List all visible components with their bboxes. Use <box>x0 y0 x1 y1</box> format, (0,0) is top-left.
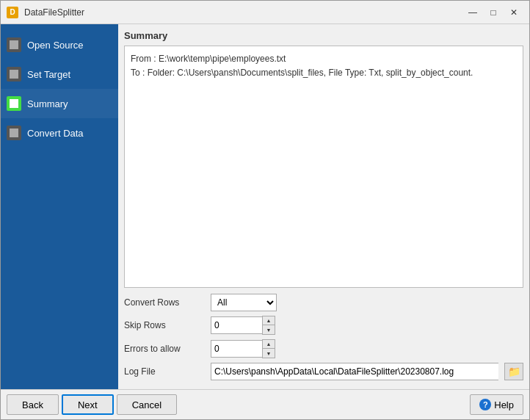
sidebar-item-set-target[interactable]: Set Target <box>1 59 118 89</box>
sidebar: Open Source Set Target Summary Convert D… <box>1 24 118 389</box>
sidebar-item-convert-data[interactable]: Convert Data <box>1 118 118 148</box>
back-button[interactable]: Back <box>7 394 59 415</box>
main-window: D DataFileSplitter — □ ✕ Open Source Set… <box>0 0 530 420</box>
summary-box: From : E:\work\temp\pipe\employees.txt T… <box>124 46 523 288</box>
next-button[interactable]: Next <box>62 394 114 415</box>
sidebar-label-summary: Summary <box>27 98 68 109</box>
folder-icon: 📁 <box>508 366 520 377</box>
help-label: Help <box>494 399 514 410</box>
errors-to-allow-spinner: ▲ ▼ <box>211 339 275 358</box>
cancel-button[interactable]: Cancel <box>117 394 177 415</box>
skip-rows-row: Skip Rows ▲ ▼ <box>124 316 523 335</box>
sidebar-item-summary[interactable]: Summary <box>1 89 118 118</box>
bottom-bar: Back Next Cancel ? Help <box>1 389 529 419</box>
log-file-row: Log File 📁 <box>124 363 523 380</box>
step-indicator-convert-data <box>7 126 21 140</box>
skip-rows-down-button[interactable]: ▼ <box>263 325 275 334</box>
step-indicator-set-target <box>7 67 21 82</box>
skip-rows-input[interactable] <box>211 316 262 334</box>
log-file-browse-button[interactable]: 📁 <box>504 363 523 380</box>
errors-to-allow-label: Errors to allow <box>124 344 205 354</box>
close-button[interactable]: ✕ <box>504 5 523 20</box>
errors-down-button[interactable]: ▼ <box>263 349 275 358</box>
skip-rows-up-button[interactable]: ▲ <box>263 316 275 325</box>
sidebar-item-open-source[interactable]: Open Source <box>1 30 118 59</box>
step-indicator-summary <box>7 96 21 111</box>
errors-up-button[interactable]: ▲ <box>263 340 275 349</box>
window-controls: — □ ✕ <box>463 5 523 20</box>
log-file-input[interactable] <box>211 363 498 380</box>
skip-rows-label: Skip Rows <box>124 320 205 330</box>
sidebar-label-convert-data: Convert Data <box>27 128 84 139</box>
sidebar-label-set-target: Set Target <box>27 69 70 80</box>
step-indicator-open-source <box>7 37 21 52</box>
summary-line-to: To : Folder: C:\Users\pansh\Documents\sp… <box>131 66 517 80</box>
skip-rows-spinner: ▲ ▼ <box>211 316 275 335</box>
form-section: Convert Rows All Custom Skip Rows ▲ ▼ <box>124 294 523 380</box>
summary-line-from: From : E:\work\temp\pipe\employees.txt <box>131 52 517 66</box>
errors-to-allow-input[interactable] <box>211 340 262 358</box>
convert-rows-select[interactable]: All Custom <box>211 294 277 311</box>
panel-title: Summary <box>124 30 523 41</box>
errors-to-allow-buttons: ▲ ▼ <box>262 339 275 358</box>
main-panel: Summary From : E:\work\temp\pipe\employe… <box>118 24 529 389</box>
skip-rows-buttons: ▲ ▼ <box>262 316 275 335</box>
app-icon: D <box>7 7 18 18</box>
minimize-button[interactable]: — <box>463 5 482 20</box>
maximize-button[interactable]: □ <box>484 5 503 20</box>
help-icon: ? <box>479 399 491 410</box>
content-area: Open Source Set Target Summary Convert D… <box>1 24 529 389</box>
window-title: DataFileSplitter <box>24 7 463 18</box>
log-file-label: Log File <box>124 366 205 377</box>
sidebar-label-open-source: Open Source <box>27 40 84 51</box>
convert-rows-row: Convert Rows All Custom <box>124 294 523 311</box>
help-button[interactable]: ? Help <box>470 394 523 415</box>
errors-to-allow-row: Errors to allow ▲ ▼ <box>124 339 523 358</box>
convert-rows-label: Convert Rows <box>124 297 205 308</box>
title-bar: D DataFileSplitter — □ ✕ <box>1 1 529 24</box>
